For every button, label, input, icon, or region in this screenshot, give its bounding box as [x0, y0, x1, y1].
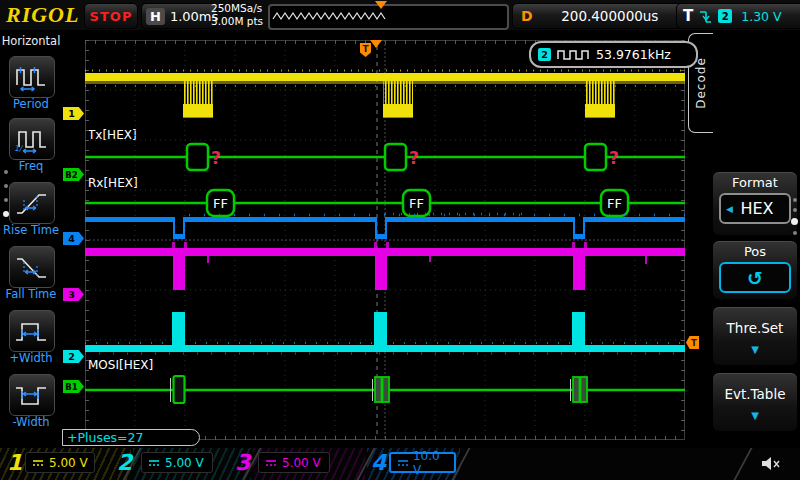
- fall-time-label: Fall Time: [0, 287, 62, 301]
- speaker-mute-icon: [760, 454, 782, 477]
- ch3-trace: [85, 242, 685, 290]
- dropdown-icon: ▼: [751, 410, 759, 421]
- ch1-number[interactable]: 1: [7, 450, 22, 475]
- waveform-display: ? ? ? FF FF FF: [85, 40, 685, 440]
- period-label: Period: [0, 97, 62, 111]
- left-page-dot: [4, 170, 8, 174]
- coupling-dc-icon: [148, 459, 160, 467]
- tx-error-mark: ?: [409, 148, 419, 168]
- ch4-number[interactable]: 4: [371, 450, 386, 475]
- ch4-scale-value: 10.0 V: [413, 449, 448, 477]
- pos-label: Pos: [744, 241, 766, 262]
- rise-time-icon: [13, 188, 51, 218]
- ch2-scale-chip[interactable]: 5.00 V: [141, 452, 213, 473]
- event-table-softkey[interactable]: Evt.Table ▼: [712, 372, 798, 432]
- freq-counter-source-badge: 2: [538, 48, 551, 61]
- minus-width-label: -Width: [0, 415, 62, 429]
- memory-depth: 3.00M pts: [211, 15, 263, 28]
- format-label: Format: [732, 172, 778, 193]
- run-state-badge: STOP: [84, 3, 138, 29]
- plus-width-button[interactable]: [9, 310, 55, 352]
- coupling-dc-icon: [397, 459, 408, 467]
- ch3-number[interactable]: 3: [235, 450, 250, 475]
- ch4-trace: [85, 214, 685, 239]
- sample-rate: 250MSa/s: [211, 2, 263, 15]
- decode-tab-label: Decode: [694, 57, 708, 109]
- square-wave-icon: [557, 48, 590, 62]
- brand-logo: RIGOL: [6, 2, 79, 28]
- ch3-scale-value: 5.00 V: [282, 456, 321, 470]
- period-button[interactable]: [9, 56, 55, 98]
- timebase-h-label: H: [146, 8, 165, 25]
- waveform-svg: ? ? ? FF FF FF: [85, 40, 685, 440]
- ch1-position-marker[interactable]: 1: [63, 107, 84, 120]
- top-status-bar: RIGOL STOP H 1.00ms 250MSa/s 3.00M pts D…: [0, 0, 800, 30]
- mosi-decode-trace: [85, 376, 685, 403]
- ch1-trace: [85, 71, 685, 119]
- delay-value: 200.400000us: [543, 8, 677, 24]
- fall-time-button[interactable]: [9, 246, 55, 288]
- plus-width-label: +Width: [0, 351, 62, 365]
- falling-edge-icon: [698, 8, 713, 25]
- threshold-label: Thre.Set: [727, 318, 784, 339]
- pos-softkey[interactable]: Pos ↺: [712, 240, 798, 300]
- trigger-t-label: T: [683, 7, 693, 25]
- coupling-dc-icon: [32, 459, 44, 467]
- freq-icon: 1/: [13, 124, 51, 154]
- ch4-scale-chip[interactable]: 10.0 V: [389, 452, 456, 473]
- left-page-dot-active: [3, 211, 9, 217]
- acquisition-readout: 250MSa/s 3.00M pts: [211, 2, 263, 28]
- bus2-position-marker[interactable]: B2: [63, 168, 84, 181]
- ch2-number[interactable]: 2: [117, 450, 132, 475]
- fall-time-icon: [13, 252, 51, 282]
- oscilloscope-screen: RIGOL STOP H 1.00ms 250MSa/s 3.00M pts D…: [0, 0, 800, 480]
- rx-byte-value: FF: [607, 196, 622, 211]
- event-table-label: Evt.Table: [724, 384, 785, 405]
- pulse-counter-readout: +Pluses=27: [62, 429, 200, 446]
- trigger-readout: T 2 1.30 V: [676, 3, 800, 29]
- svg-text:1/: 1/: [14, 144, 24, 153]
- freq-button[interactable]: 1/: [9, 118, 55, 160]
- format-value-box: ◀ HEX: [719, 193, 791, 224]
- freq-label: Freq: [0, 159, 62, 173]
- waveform-preview-bar[interactable]: [268, 4, 509, 30]
- threshold-softkey[interactable]: Thre.Set ▼: [712, 306, 798, 366]
- left-menu-title: Horizontal: [0, 34, 62, 48]
- tx-decode-trace: ? ? ?: [85, 144, 685, 170]
- dropdown-icon: ▼: [751, 344, 759, 355]
- bus1-position-marker[interactable]: B1: [63, 380, 84, 393]
- channel-status-bar: 1 5.00 V 2 5.00 V 3 5.00 V 4 10.0: [0, 448, 800, 480]
- ch4-position-marker[interactable]: 4: [63, 232, 84, 245]
- ch2-scale-value: 5.00 V: [165, 456, 204, 470]
- rise-time-label: Rise Time: [0, 223, 62, 237]
- rotate-icon: ↺: [747, 267, 763, 289]
- delay-d-label: D: [521, 8, 533, 24]
- timebase-readout: H 1.00ms: [141, 3, 217, 29]
- right-page-dots: [791, 198, 798, 235]
- minus-width-button[interactable]: [9, 374, 55, 416]
- ch1-scale-chip[interactable]: 5.00 V: [25, 452, 95, 473]
- preview-trigger-marker-icon[interactable]: [375, 1, 387, 9]
- trigger-position-triangle-icon[interactable]: [370, 40, 382, 48]
- delay-readout: D 200.400000us: [512, 3, 686, 29]
- plus-width-icon: [13, 316, 51, 346]
- ch2-position-marker[interactable]: 2: [63, 350, 84, 363]
- format-softkey[interactable]: Format ◀ HEX: [712, 171, 798, 236]
- trigger-level-value: 1.30 V: [741, 9, 781, 24]
- left-page-dot: [4, 184, 8, 188]
- frequency-counter: 2 53.9761kHz: [529, 41, 698, 68]
- rise-time-button[interactable]: [9, 182, 55, 224]
- run-state-label: STOP: [90, 9, 133, 24]
- left-page-dot: [4, 198, 8, 202]
- ch2-trace: [85, 312, 685, 354]
- ch3-scale-chip[interactable]: 5.00 V: [258, 452, 330, 473]
- rx-byte-value: FF: [213, 196, 228, 211]
- trigger-source-badge: 2: [718, 9, 732, 23]
- pos-value-box: ↺: [719, 262, 791, 293]
- ch3-position-marker[interactable]: 3: [63, 288, 84, 301]
- trigger-level-marker-icon[interactable]: T: [686, 336, 699, 349]
- minus-width-icon: [13, 380, 51, 410]
- tx-error-mark: ?: [211, 148, 221, 168]
- coupling-dc-icon: [265, 459, 277, 467]
- freq-counter-value: 53.9761kHz: [596, 47, 671, 62]
